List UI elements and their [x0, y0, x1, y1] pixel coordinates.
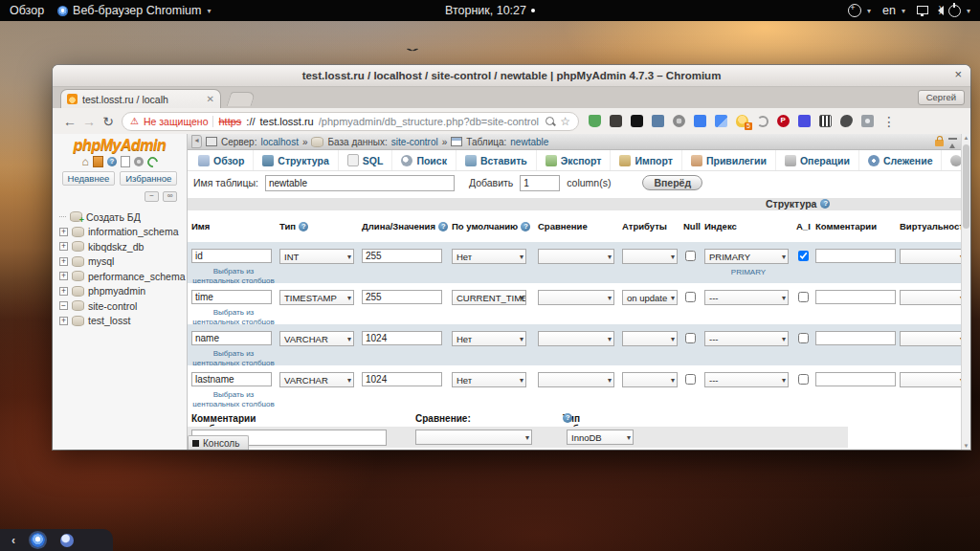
breadcrumb-table-link[interactable]: newtable [510, 137, 548, 147]
length-input[interactable] [362, 290, 442, 304]
system-menu[interactable]: ▾ [917, 5, 970, 17]
collation-select[interactable] [538, 331, 614, 346]
scroll-to-top-icon[interactable] [948, 138, 957, 146]
scrollbar-thumb[interactable] [963, 144, 969, 229]
default-select[interactable]: Нет [452, 331, 526, 346]
documentation-icon[interactable] [121, 156, 130, 167]
dock-app-icon[interactable] [60, 534, 74, 547]
tree-item-information-schema[interactable]: + information_schema [59, 225, 187, 240]
tree-item-mysql[interactable]: + mysql [59, 254, 187, 270]
tab-sql[interactable]: SQL [339, 150, 393, 170]
tab-tracking[interactable]: Слежение [859, 150, 943, 170]
virtuality-select[interactable] [900, 331, 961, 346]
type-select[interactable]: VARCHAR [279, 372, 354, 387]
console-button[interactable]: Консоль [188, 435, 249, 450]
extension-gnome-foot-icon[interactable] [840, 115, 853, 127]
refresh-icon[interactable] [145, 154, 159, 168]
index-select[interactable]: PRIMARY [704, 249, 789, 264]
virtuality-select[interactable] [900, 372, 961, 387]
central-columns-link[interactable]: Выбрать из центральных столбцов [191, 349, 276, 365]
scroll-down-icon[interactable]: ▼ [962, 443, 970, 449]
home-icon[interactable]: ⌂ [81, 157, 88, 166]
clock[interactable]: Вторник, 10:27 [445, 4, 526, 17]
expand-icon[interactable]: + [59, 242, 68, 251]
add-columns-input[interactable] [520, 175, 560, 191]
attributes-select[interactable] [622, 331, 678, 346]
forward-button[interactable]: → [79, 114, 99, 129]
extension-barcode-icon[interactable] [819, 115, 832, 127]
tab-structure[interactable]: Структура [254, 150, 338, 170]
accessibility-menu[interactable]: ▾ [848, 4, 871, 17]
default-select[interactable]: Нет [452, 249, 526, 264]
default-select[interactable]: CURRENT_TIMESTAMP [452, 290, 526, 305]
default-select[interactable]: Нет [452, 372, 526, 387]
index-select[interactable]: --- [704, 290, 789, 305]
central-columns-link[interactable]: Выбрать из центральных столбцов [191, 390, 276, 407]
help-icon[interactable] [521, 222, 530, 231]
extension-wheel-icon[interactable] [673, 115, 685, 127]
address-bar[interactable]: ⚠ Не защищено https://test.losst.ru/phpm… [122, 112, 579, 131]
expand-icon[interactable]: + [59, 317, 68, 325]
type-select[interactable]: TIMESTAMP [279, 290, 354, 305]
reload-button[interactable]: ↻ [99, 114, 118, 129]
back-button[interactable]: ← [60, 114, 79, 129]
help-icon[interactable] [820, 199, 830, 209]
new-tab-button[interactable] [227, 92, 256, 106]
column-name-input[interactable] [191, 331, 272, 345]
recent-tables-dropdown[interactable]: Недавнее [62, 171, 116, 186]
expand-icon[interactable]: + [59, 287, 68, 296]
help-icon[interactable] [299, 222, 308, 231]
favorite-tables-dropdown[interactable]: Избранное [120, 171, 177, 186]
index-primary-link[interactable]: PRIMARY [704, 268, 792, 277]
attributes-select[interactable] [622, 249, 678, 264]
null-checkbox[interactable] [685, 251, 696, 261]
null-checkbox[interactable] [685, 292, 696, 302]
collation-select[interactable] [538, 290, 614, 305]
auto-increment-checkbox[interactable] [798, 292, 809, 302]
index-select[interactable]: --- [704, 331, 789, 346]
extension-sync-icon[interactable] [757, 116, 768, 127]
extension-glasses-icon[interactable] [631, 115, 643, 127]
zoom-icon[interactable] [546, 117, 554, 125]
tab-insert[interactable]: Вставить [457, 150, 537, 170]
tree-item-kibqdskz-db[interactable]: + kibqdskz_db [59, 239, 187, 254]
window-title-bar[interactable]: test.losst.ru / localhost / site-control… [53, 65, 970, 87]
browser-tab[interactable]: test.losst.ru / localh ✕ [60, 89, 221, 108]
extension-bulb-icon[interactable]: 5 [736, 115, 748, 127]
expand-icon[interactable]: + [59, 257, 68, 266]
attributes-select[interactable] [622, 372, 678, 387]
breadcrumb-db-link[interactable]: site-control [391, 137, 438, 147]
breadcrumb-server-link[interactable]: localhost [260, 137, 298, 147]
virtuality-select[interactable] [900, 249, 961, 264]
pma-logo[interactable]: phpMyAdmin [53, 134, 187, 154]
length-input[interactable] [362, 249, 442, 263]
null-checkbox[interactable] [685, 374, 696, 385]
expand-icon[interactable]: + [59, 228, 68, 236]
collapse-icon[interactable]: − [59, 301, 68, 310]
tab-export[interactable]: Экспорт [537, 150, 612, 170]
auto-increment-checkbox[interactable] [798, 333, 809, 343]
security-warning-icon[interactable]: ⚠ [130, 116, 139, 126]
settings-icon[interactable] [134, 157, 144, 166]
security-warning-label[interactable]: Не защищено [144, 116, 209, 127]
extension-shield-icon[interactable] [589, 115, 601, 127]
browser-menu-icon[interactable]: ⋮ [882, 114, 896, 129]
tree-item-test-losst[interactable]: + test_losst [59, 314, 187, 329]
auto-increment-checkbox[interactable] [798, 374, 809, 385]
comments-input[interactable] [815, 290, 896, 304]
tree-item-site-control[interactable]: − site-control [59, 298, 187, 314]
type-select[interactable]: INT [279, 249, 354, 264]
dock-collapse-icon[interactable]: ‹ [11, 534, 15, 547]
central-columns-link[interactable]: Выбрать из центральных столбцов [191, 308, 276, 324]
help-icon[interactable] [563, 413, 572, 423]
table-name-input[interactable] [265, 175, 455, 191]
index-select[interactable]: --- [704, 372, 789, 387]
comments-input[interactable] [815, 372, 896, 386]
extension-camera-icon[interactable] [861, 115, 874, 127]
page-scrollbar[interactable]: ▲ ▼ [961, 134, 970, 450]
auto-increment-checkbox[interactable] [798, 251, 809, 261]
virtuality-select[interactable] [900, 290, 961, 305]
comments-input[interactable] [815, 249, 896, 263]
extension-vk-icon[interactable] [652, 115, 664, 127]
scroll-up-icon[interactable]: ▲ [962, 135, 970, 141]
